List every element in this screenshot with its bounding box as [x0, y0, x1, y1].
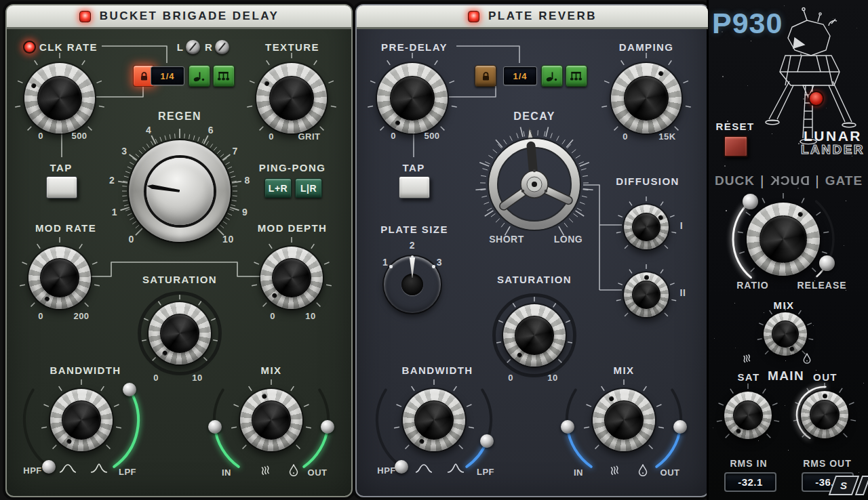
texture-min: 0 [269, 131, 274, 142]
regen-knob[interactable] [129, 140, 231, 242]
damping-max: 15K [658, 131, 675, 142]
star [734, 303, 735, 304]
plate-size-dot [389, 265, 393, 268]
mode-gate[interactable]: GATE [825, 173, 863, 188]
narrow-bell-curve-icon [447, 463, 465, 474]
mod-depth-knob[interactable] [260, 247, 323, 309]
regen-scale-number: 10 [222, 234, 234, 245]
delay-triplet-note-button[interactable] [213, 65, 235, 87]
reverb-sync-display[interactable]: 1/4 [503, 66, 537, 85]
regen-scale-number: 8 [245, 175, 250, 186]
reverb-mix-in-label: IN [574, 467, 583, 478]
plate-size-label: PLATE SIZE [380, 224, 448, 235]
regen-scale-number: 4 [146, 125, 151, 136]
reverb-tap-button[interactable] [399, 176, 430, 199]
delay-power-led[interactable] [79, 11, 91, 22]
ratio-slider[interactable] [743, 194, 758, 209]
diffusion-ii-knob[interactable] [624, 272, 669, 317]
duck-mode-row: DUCK | DUCK | GATE D+R [715, 172, 868, 190]
delay-bandwidth-knob[interactable] [50, 389, 113, 451]
delay-hpf-slider[interactable] [42, 460, 56, 474]
steam-lines-icon [743, 352, 751, 363]
decay-label: DECAY [513, 110, 555, 123]
mod-rate-knob[interactable] [28, 247, 91, 309]
delay-sync-display[interactable]: 1/4 [151, 66, 184, 85]
delay-saturation-label: SATURATION [142, 274, 217, 285]
diffusion-label: DIFFUSION [616, 175, 679, 187]
steam-lines-icon [260, 463, 270, 476]
decay-knob[interactable] [473, 123, 595, 245]
clk-rate-knob[interactable] [24, 63, 95, 133]
delay-tap-label: TAP [50, 162, 72, 173]
left-trim-screw-icon[interactable] [186, 40, 200, 54]
pre-delay-label: PRE-DELAY [381, 41, 448, 53]
delay-tap-button[interactable] [46, 176, 77, 199]
delay-mix-knob[interactable] [240, 389, 302, 451]
reverb-saturation-label: SATURATION [497, 274, 572, 285]
diffusion-i-label: I [680, 220, 683, 231]
reverb-mix-label: MIX [614, 364, 635, 376]
plate-size-dot [432, 265, 435, 268]
master-out-label: OUT [813, 371, 837, 383]
master-main-label: MAIN [768, 369, 804, 383]
plate-size-number: 2 [410, 240, 415, 251]
star [859, 472, 859, 473]
star [846, 201, 846, 201]
reverb-bandwidth-knob[interactable] [403, 389, 465, 451]
ping-pong-stereo-button[interactable]: L+R [264, 178, 292, 198]
pre-delay-knob[interactable] [377, 63, 448, 133]
reverb-mix-out-label: OUT [660, 467, 680, 478]
delay-title: BUCKET BRIGADE DELAY [100, 9, 279, 23]
regen-scale-number: 2 [109, 175, 115, 186]
reset-button[interactable] [724, 136, 748, 157]
right-trim-screw-icon[interactable] [215, 40, 229, 54]
lander-red-knob [808, 91, 824, 106]
delay-hpf-label: HPF [23, 465, 42, 476]
mod-depth-max: 10 [305, 311, 315, 321]
delay-mix-in-slider[interactable] [208, 420, 222, 434]
reverb-mix-in-slider[interactable] [561, 420, 574, 434]
diffusion-ii-label: II [680, 287, 686, 298]
mode-duck-mirrored[interactable]: DUCK [770, 173, 810, 188]
master-sat-knob[interactable] [724, 392, 772, 439]
ping-pong-split-button[interactable]: L|R [295, 178, 322, 198]
regen-scale-number: 0 [128, 234, 134, 245]
reverb-mix-knob[interactable] [593, 389, 655, 451]
rms-in-display: -32.1 [724, 472, 776, 492]
plate-size-number: 1 [382, 257, 388, 268]
reverb-power-led[interactable] [468, 11, 479, 22]
mod-rate-max: 200 [73, 311, 89, 321]
clk-rate-led [23, 41, 36, 54]
reverb-tap-label: TAP [402, 162, 425, 173]
ratio-label: RATIO [736, 280, 769, 291]
channel-left-label: L [177, 41, 184, 53]
rms-in-label: RMS IN [730, 458, 768, 469]
reverb-dotted-note-button[interactable] [541, 65, 563, 87]
texture-max: GRIT [298, 131, 320, 142]
ratio-release-knob[interactable] [747, 203, 820, 276]
reverb-lpf-label: LPF [477, 467, 494, 477]
star [785, 405, 785, 406]
delay-dotted-note-button[interactable] [189, 65, 210, 87]
delay-bandwidth-label: BANDWIDTH [50, 364, 121, 376]
lock-icon [139, 71, 149, 81]
diffusion-i-knob[interactable] [624, 205, 669, 249]
decay-max: LONG [554, 234, 583, 245]
steam-lines-icon [610, 463, 619, 476]
master-mix-knob[interactable] [764, 312, 807, 356]
texture-knob[interactable] [256, 63, 327, 133]
reverb-triplet-note-button[interactable] [566, 65, 587, 87]
reverb-saturation-knob[interactable] [503, 304, 566, 367]
delay-saturation-max: 10 [192, 373, 202, 383]
reverb-sync-lock-button[interactable] [475, 65, 496, 87]
star [726, 210, 727, 211]
star [713, 428, 713, 428]
reverb-hpf-slider[interactable] [395, 460, 408, 474]
logo-p930: P930 [712, 7, 783, 40]
mode-duck[interactable]: DUCK [715, 173, 755, 188]
damping-knob[interactable] [611, 63, 682, 133]
master-out-knob[interactable] [801, 391, 848, 438]
delay-saturation-knob[interactable] [149, 302, 211, 364]
channel-right-label: R [205, 41, 213, 53]
clk-rate-min: 0 [38, 131, 43, 141]
